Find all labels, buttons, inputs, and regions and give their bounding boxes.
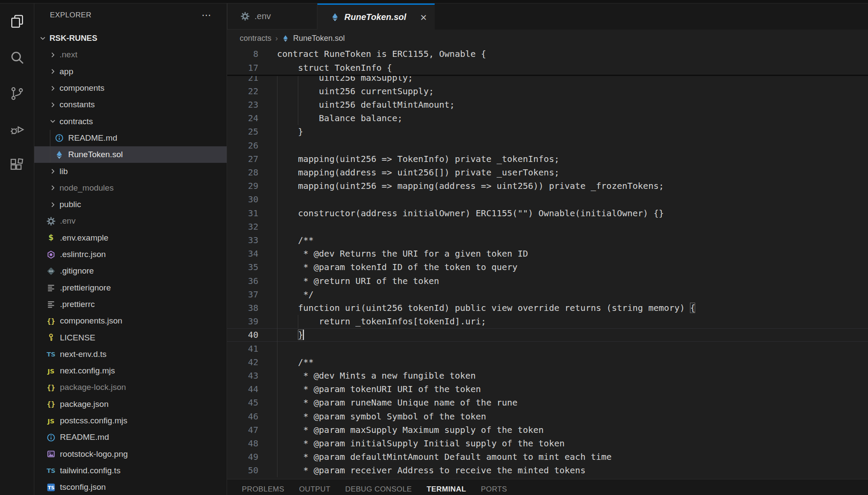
explorer-icon[interactable] xyxy=(0,3,34,40)
tree-folder--next[interactable]: .next xyxy=(34,46,227,63)
run-debug-icon[interactable] xyxy=(0,112,34,148)
tree-item-label: lib xyxy=(59,167,68,176)
tree-root-rsk-runes[interactable]: RSK-RUNES xyxy=(34,30,227,46)
tree-file-package-json[interactable]: {}package.json xyxy=(34,396,227,412)
code-line-32[interactable]: 32 xyxy=(227,220,868,233)
editor-tab-runetoken-sol[interactable]: RuneToken.sol× xyxy=(317,3,435,30)
key-file-icon xyxy=(46,333,56,342)
info-file-icon xyxy=(55,133,64,142)
tree-file--env[interactable]: .env xyxy=(34,213,227,229)
tree-file-rootstock-logo-png[interactable]: rootstock-logo.png xyxy=(34,446,227,462)
line-text: * @param runeName Unique name of the run… xyxy=(277,397,518,408)
tree-item-label: tailwind.config.ts xyxy=(60,466,120,475)
line-number: 42 xyxy=(227,357,258,367)
sticky-scroll: 8contract RuneToken is ERC1155, Ownable … xyxy=(227,47,868,76)
code-line-27[interactable]: 27 mapping(uint256 => TokenInfo) private… xyxy=(227,152,868,165)
code-line-45[interactable]: 45 * @param runeName Unique name of the … xyxy=(227,396,868,409)
braces-file-icon: {} xyxy=(46,317,56,326)
code-line-37[interactable]: 37 */ xyxy=(227,287,868,301)
breadcrumb-folder[interactable]: contracts xyxy=(240,34,271,43)
code-line-31[interactable]: 31 constructor(address initialOwner) ERC… xyxy=(227,206,868,220)
line-text: * @dev Returns the URI for a given token… xyxy=(277,248,528,259)
svg-text:{}: {} xyxy=(47,400,55,408)
line-number: 26 xyxy=(227,140,258,151)
chevron-right-icon xyxy=(47,99,58,110)
tree-folder-public[interactable]: public xyxy=(34,196,227,213)
editor-tab--env[interactable]: .env xyxy=(227,3,317,30)
tree-file--prettierrc[interactable]: .prettierrc xyxy=(34,296,227,313)
line-number: 41 xyxy=(227,343,258,354)
code-line-23[interactable]: 23 uint256 defaultMintAmount; xyxy=(227,98,868,111)
tree-file-license[interactable]: LICENSE xyxy=(34,329,227,346)
code-line-49[interactable]: 49 * @param defaultMintAmount Default am… xyxy=(227,450,868,464)
code-line-42[interactable]: 42 /** xyxy=(227,355,868,369)
panel-tab-problems[interactable]: PROBLEMS xyxy=(242,485,284,495)
code-line-39[interactable]: 39 return _tokenInfos[tokenId].uri; xyxy=(227,315,868,328)
code-line-24[interactable]: 24 Balance balance; xyxy=(227,112,868,125)
code-line-41[interactable]: 41 xyxy=(227,342,868,355)
code-line-40[interactable]: 40 } xyxy=(227,328,868,342)
tree-file--prettierignore[interactable]: .prettierignore xyxy=(34,280,227,296)
tree-file-next-env-d-ts[interactable]: TSnext-env.d.ts xyxy=(34,346,227,363)
tree-folder-components[interactable]: components xyxy=(34,80,227,96)
code-line-38[interactable]: 38 function uri(uint256 tokenId) public … xyxy=(227,301,868,314)
explorer-sidebar: EXPLORER ⋯ RSK-RUNES.nextappcomponentsco… xyxy=(34,3,227,495)
tree-file-tsconfig-json[interactable]: TStsconfig.json xyxy=(34,479,227,495)
line-number: 48 xyxy=(227,438,258,449)
code-line-25[interactable]: 25 } xyxy=(227,125,868,139)
code-line-36[interactable]: 36 * @return URI of the token xyxy=(227,274,868,287)
tree-folder-lib[interactable]: lib xyxy=(34,163,227,179)
tree-file--gitignore[interactable]: .gitignore xyxy=(34,263,227,279)
breadcrumb-file[interactable]: RuneToken.sol xyxy=(293,34,345,43)
line-number: 36 xyxy=(227,276,258,286)
line-text: struct TokenInfo { xyxy=(277,63,392,73)
tree-item-label: app xyxy=(59,67,73,76)
tree-file-tailwind-config-ts[interactable]: TStailwind.config.ts xyxy=(34,462,227,479)
code-line-29[interactable]: 29 mapping(uint256 => mapping(address =>… xyxy=(227,179,868,193)
tree-file--eslintrc-json[interactable]: .eslintrc.json xyxy=(34,246,227,263)
search-icon[interactable] xyxy=(0,40,34,76)
tree-file-next-config-mjs[interactable]: JSnext.config.mjs xyxy=(34,363,227,379)
panel-tab-output[interactable]: OUTPUT xyxy=(299,485,330,495)
tree-folder-contracts[interactable]: contracts xyxy=(34,113,227,130)
code-line-8[interactable]: 8contract RuneToken is ERC1155, Ownable … xyxy=(227,47,868,61)
info-file-icon xyxy=(46,433,56,442)
code-editor[interactable]: 21 uint256 maxSupply;22 uint256 currentS… xyxy=(227,47,868,479)
code-line-50[interactable]: 50 * @param receiver Address to receive … xyxy=(227,464,868,477)
code-line-43[interactable]: 43 * @dev Mints a new fungible token xyxy=(227,369,868,382)
panel-tab-terminal[interactable]: TERMINAL xyxy=(426,485,466,495)
tree-file-package-lock-json[interactable]: {}package-lock.json xyxy=(34,379,227,396)
tree-item-label: .env xyxy=(60,216,76,226)
tree-file-components-json[interactable]: {}components.json xyxy=(34,313,227,329)
code-line-35[interactable]: 35 * @param tokenId ID of the token to q… xyxy=(227,261,868,274)
code-line-44[interactable]: 44 * @param tokenURI URI of the token xyxy=(227,383,868,396)
code-line-47[interactable]: 47 * @param maxSupply Maximum supply of … xyxy=(227,423,868,436)
tree-item-label: node_modules xyxy=(59,183,114,193)
more-actions-icon[interactable]: ⋯ xyxy=(201,13,212,17)
close-icon[interactable]: × xyxy=(420,13,427,22)
explorer-title: EXPLORER xyxy=(50,11,92,20)
tree-file-postcss-config-mjs[interactable]: JSpostcss.config.mjs xyxy=(34,412,227,429)
code-line-28[interactable]: 28 mapping(address => uint256[]) private… xyxy=(227,165,868,179)
tree-file-runetoken-sol[interactable]: RuneToken.sol xyxy=(34,146,227,163)
tree-file-readme-md[interactable]: README.md xyxy=(34,130,227,146)
code-line-46[interactable]: 46 * @param symbol Symbol of the token xyxy=(227,409,868,423)
code-line-48[interactable]: 48 * @param initialSupply Initial supply… xyxy=(227,436,868,450)
panel-tab-ports[interactable]: PORTS xyxy=(481,485,507,495)
code-line-26[interactable]: 26 xyxy=(227,139,868,152)
tree-file-readme-md[interactable]: README.md xyxy=(34,429,227,446)
extensions-icon[interactable] xyxy=(0,148,34,184)
tree-folder-app[interactable]: app xyxy=(34,63,227,80)
code-line-33[interactable]: 33 /** xyxy=(227,233,868,247)
code-line-34[interactable]: 34 * @dev Returns the URI for a given to… xyxy=(227,247,868,261)
source-control-icon[interactable] xyxy=(0,76,34,112)
line-number: 47 xyxy=(227,425,258,435)
code-line-22[interactable]: 22 uint256 currentSupply; xyxy=(227,84,868,98)
code-line-30[interactable]: 30 xyxy=(227,193,868,206)
code-line-17[interactable]: 17 struct TokenInfo { xyxy=(227,61,868,75)
tree-folder-constants[interactable]: constants xyxy=(34,96,227,113)
panel-tab-debug-console[interactable]: DEBUG CONSOLE xyxy=(345,485,412,495)
line-number: 40 xyxy=(227,330,258,340)
tree-file--env-example[interactable]: $.env.example xyxy=(34,230,227,246)
tree-folder-node-modules[interactable]: node_modules xyxy=(34,180,227,196)
